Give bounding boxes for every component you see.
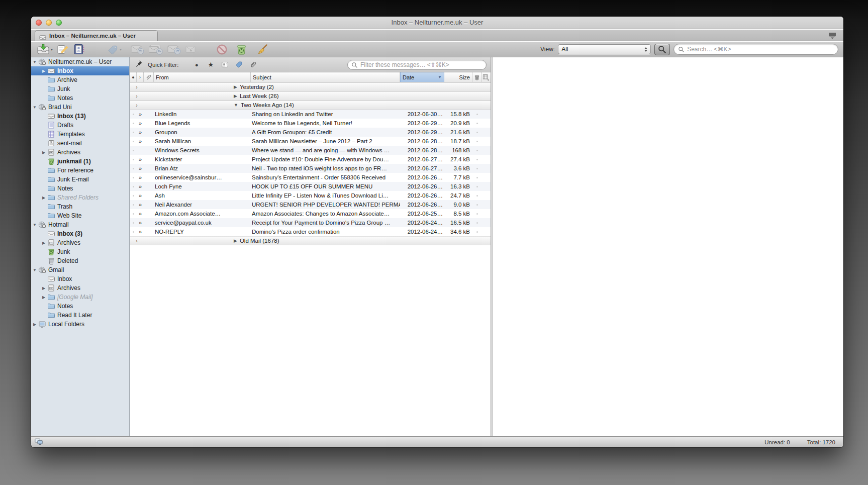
read-indicator[interactable]	[130, 147, 137, 153]
sidebar-item-archive[interactable]: Archive	[31, 75, 129, 84]
message-row-blue-legends[interactable]: »Blue LegendsWelcome to Blue Legends, Ne…	[130, 119, 491, 128]
group-expand-icon[interactable]: ▼	[234, 103, 238, 108]
junk-indicator[interactable]	[472, 147, 481, 153]
sidebar-item-inbox-13[interactable]: Inbox (13)	[31, 112, 129, 121]
junk-indicator[interactable]	[472, 165, 481, 171]
sidebar-item-archives[interactable]: ▶Archives	[31, 238, 129, 247]
message-row-brian-atz[interactable]: »Brian AtzNeil - Two top rated iOS weigh…	[130, 164, 491, 173]
group-expand-icon[interactable]: ▶	[234, 84, 237, 89]
junk-indicator[interactable]	[472, 183, 481, 189]
sidebar-item-notes[interactable]: Notes	[31, 184, 129, 193]
sidebar-item-junk[interactable]: Junk	[31, 247, 129, 256]
sidebar-item-read-it-later[interactable]: Read It Later	[31, 311, 129, 320]
delete-junk-button[interactable]	[234, 43, 249, 56]
read-indicator[interactable]	[130, 156, 137, 162]
archive-button[interactable]	[183, 43, 199, 56]
twisty-icon[interactable]: ▼	[32, 105, 37, 110]
quick-filter-input[interactable]	[360, 61, 483, 68]
title-bar[interactable]: Inbox – Neilturner.me.uk – User	[31, 17, 843, 29]
filter-starred-toggle[interactable]: ★	[204, 60, 218, 70]
message-row-loch-fyne[interactable]: »Loch FyneHOOK UP TO £15 OFF OUR SUMMER …	[130, 182, 491, 191]
read-indicator[interactable]	[130, 129, 137, 135]
sidebar-item-inbox-3[interactable]: Inbox (3)	[31, 229, 129, 238]
junk-indicator[interactable]	[472, 229, 481, 235]
sidebar-item-web-site[interactable]: Web Site	[31, 211, 129, 220]
quick-filter-field[interactable]	[347, 60, 487, 70]
junk-indicator[interactable]	[472, 120, 481, 126]
read-indicator[interactable]	[130, 229, 137, 235]
message-row-linkedin[interactable]: »LinkedInSharing on LinkedIn and Twitter…	[130, 110, 491, 119]
read-indicator[interactable]	[130, 111, 137, 117]
message-row-ash[interactable]: »AshLittle Infinity EP - Listen Now & iT…	[130, 191, 491, 200]
twisty-icon[interactable]: ▶	[41, 286, 46, 290]
sidebar-item-inbox[interactable]: ▶Inbox	[31, 66, 129, 75]
sidebar-item-notes[interactable]: Notes	[31, 302, 129, 311]
message-row-kickstarter[interactable]: »KickstarterProject Update #10: Double F…	[130, 155, 491, 164]
read-indicator[interactable]	[130, 165, 137, 171]
sidebar-item-junkmail-1[interactable]: junkmail (1)	[31, 157, 129, 166]
junk-indicator[interactable]	[472, 156, 481, 162]
pin-icon[interactable]	[135, 60, 143, 69]
group-row-yesterday-2[interactable]: ›▶Yesterday (2)	[130, 82, 491, 91]
twisty-icon[interactable]: ▶	[41, 295, 46, 300]
message-row-onlineservice-sainsbur[interactable]: »onlineservice@sainsbur…Sainsbury's Ente…	[130, 173, 491, 182]
global-search-input[interactable]	[687, 46, 834, 53]
message-row-no-reply[interactable]: »NO-REPLYDomino's Pizza order confirmati…	[130, 227, 491, 236]
read-indicator[interactable]	[130, 183, 137, 189]
sidebar-item-brad-uni[interactable]: ▼Brad Uni	[31, 103, 129, 112]
filter-attachment-toggle[interactable]	[246, 60, 260, 70]
sidebar-item-gmail[interactable]: ▼Gmail	[31, 265, 129, 274]
filter-tag-toggle[interactable]	[232, 60, 246, 70]
read-indicator[interactable]	[130, 138, 137, 144]
sidebar-item-sent-mail[interactable]: sent-mail	[31, 139, 129, 148]
read-indicator[interactable]	[130, 220, 137, 226]
group-twisty-icon[interactable]: ›	[130, 103, 143, 108]
read-indicator[interactable]	[130, 211, 137, 217]
sidebar-item-archives[interactable]: ▶Archives	[31, 283, 129, 293]
tag-button[interactable]: ▾	[105, 43, 124, 56]
sidebar-item-neilturner-me-uk-user[interactable]: ▼Neilturner.me.uk – User	[31, 57, 129, 66]
address-book-button[interactable]	[71, 43, 87, 56]
forward-button[interactable]	[165, 43, 183, 56]
sidebar-item-hotmail[interactable]: ▼Hotmail	[31, 220, 129, 229]
sidebar-item-inbox[interactable]: Inbox	[31, 274, 129, 283]
filter-unread-toggle[interactable]: ●	[189, 60, 204, 70]
column-attachment[interactable]	[144, 72, 154, 82]
twisty-icon[interactable]: ▼	[32, 268, 37, 272]
sidebar-item-archives[interactable]: ▶Archives	[31, 148, 129, 157]
column-picker-button[interactable]	[481, 72, 490, 82]
twisty-icon[interactable]: ▶	[41, 241, 46, 245]
junk-indicator[interactable]	[472, 202, 481, 208]
message-row-groupon[interactable]: »GrouponA Gift From Groupon: £5 Credit20…	[130, 128, 491, 137]
group-expand-icon[interactable]: ▶	[234, 93, 237, 99]
group-row-two-weeks-ago-14[interactable]: ›▼Two Weeks Ago (14)	[130, 101, 491, 110]
group-row-old-mail-1678[interactable]: ›▶Old Mail (1678)	[130, 236, 491, 245]
reply-button[interactable]	[129, 43, 146, 56]
read-indicator[interactable]	[130, 174, 137, 180]
tab-inbox[interactable]: Inbox – Neilturner.me.uk – User	[35, 30, 158, 41]
message-row-windows-secrets[interactable]: Windows SecretsWhere we stand — and are …	[130, 146, 491, 155]
column-size[interactable]: Size	[444, 72, 472, 82]
junk-indicator[interactable]	[472, 192, 481, 199]
global-search-field[interactable]	[673, 44, 838, 55]
sidebar-item-local-folders[interactable]: ▶Local Folders	[31, 320, 129, 329]
junk-indicator[interactable]	[472, 138, 481, 144]
message-row-sarah-millican[interactable]: »Sarah MillicanSarah Millican Newsletter…	[130, 137, 491, 146]
column-subject[interactable]: Subject	[251, 72, 400, 82]
sidebar-item-google-mail[interactable]: ▶[Google Mail]	[31, 293, 129, 302]
junk-indicator[interactable]	[472, 211, 481, 217]
sidebar-item-shared-folders[interactable]: ▶Shared Folders	[31, 193, 129, 202]
twisty-icon[interactable]: ▼	[32, 223, 37, 227]
group-twisty-icon[interactable]: ›	[130, 84, 143, 90]
sidebar-item-for-reference[interactable]: For reference	[31, 166, 129, 175]
group-row-last-week-26[interactable]: ›▶Last Week (26)	[130, 91, 491, 101]
get-mail-button[interactable]: ▾	[35, 43, 55, 56]
group-expand-icon[interactable]: ▶	[234, 238, 237, 243]
column-date[interactable]: Date▼	[400, 72, 444, 82]
column-thread[interactable]: ›	[137, 72, 144, 82]
search-button[interactable]	[654, 44, 670, 55]
twisty-icon[interactable]: ▶	[41, 196, 46, 200]
broom-button[interactable]	[254, 43, 270, 56]
write-button[interactable]	[55, 43, 71, 56]
twisty-icon[interactable]: ▶	[41, 69, 46, 73]
